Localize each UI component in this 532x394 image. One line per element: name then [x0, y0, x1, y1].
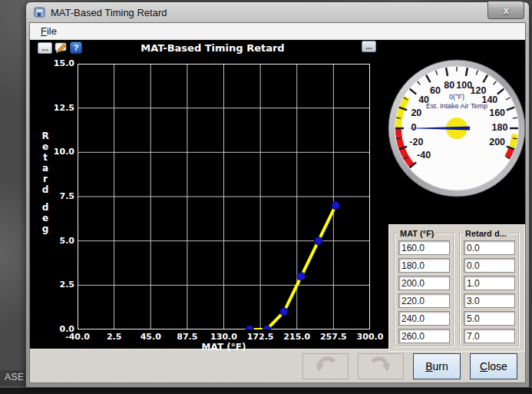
- svg-text:-20: -20: [409, 137, 423, 147]
- mat-values-column: [398, 240, 450, 343]
- y-tick-label: 10.0: [45, 147, 74, 157]
- window-close-button[interactable]: x: [487, 2, 524, 19]
- x-tick-label: -40.0: [61, 332, 94, 342]
- timing-retard-curve-plot[interactable]: [78, 64, 370, 329]
- mat-cell-input[interactable]: [398, 329, 450, 343]
- app-icon: [34, 6, 46, 18]
- mat-cell-input[interactable]: [398, 293, 450, 308]
- retard-column-header: Retard d...: [464, 229, 508, 238]
- svg-text:0(°F): 0(°F): [449, 93, 464, 101]
- x-axis-label: MAT (°F): [78, 342, 370, 353]
- mat-cell-input[interactable]: [398, 258, 450, 273]
- menu-file[interactable]: File: [36, 25, 61, 38]
- footer-button-bar: Burn Close: [30, 349, 525, 382]
- close-x-icon: x: [503, 5, 508, 16]
- mat-column-header: MAT (°F): [398, 229, 436, 238]
- retard-cell-input[interactable]: [464, 293, 515, 308]
- x-tick-label: 172.5: [243, 332, 277, 342]
- x-tick-label: 87.5: [170, 332, 204, 342]
- x-tick-label: 215.0: [280, 332, 314, 342]
- retard-cell-input[interactable]: [464, 276, 515, 290]
- svg-text:-40: -40: [417, 150, 431, 161]
- mat-column-group: MAT (°F): [394, 229, 454, 347]
- mat-cell-input[interactable]: [398, 240, 450, 255]
- undo-button[interactable]: [302, 353, 349, 379]
- retard-cell-input[interactable]: [464, 240, 515, 255]
- svg-text:20: 20: [411, 108, 421, 118]
- y-tick-label: 15.0: [45, 58, 74, 68]
- svg-text:160: 160: [489, 108, 505, 118]
- title-bar[interactable]: MAT-Based Timing Retard x: [29, 2, 526, 22]
- close-button[interactable]: Close: [470, 353, 517, 379]
- redo-icon: [368, 355, 394, 377]
- intake-air-temp-gauge: -40-200204060801001201401601802000(°F)Es…: [387, 58, 527, 198]
- y-tick-label: 5.0: [45, 236, 74, 246]
- taskbar-strip: [0, 388, 532, 394]
- svg-text:0: 0: [411, 122, 417, 133]
- x-tick-label: 300.0: [353, 332, 387, 342]
- y-tick-label: 7.5: [45, 191, 74, 201]
- chart-title: MAT-Based Timing Retard: [82, 42, 343, 54]
- window-body: File ... ? MAT-Based Timing Retard ... R…: [29, 22, 526, 383]
- y-tick-label: 2.5: [45, 280, 74, 290]
- burn-button[interactable]: Burn: [413, 353, 461, 379]
- svg-text:Est. Intake Air Temp: Est. Intake Air Temp: [426, 102, 487, 110]
- mat-cell-input[interactable]: [398, 276, 450, 290]
- svg-text:180: 180: [492, 122, 508, 133]
- gauge-options-button[interactable]: ...: [362, 41, 376, 52]
- y-tick-label: 12.5: [45, 103, 74, 113]
- svg-text:80: 80: [444, 80, 454, 91]
- retard-cell-input[interactable]: [464, 311, 515, 326]
- x-tick-label: 257.5: [316, 332, 350, 342]
- x-tick-label: 130.0: [207, 332, 241, 342]
- chart-options-button[interactable]: ...: [38, 42, 52, 54]
- svg-text:60: 60: [430, 85, 441, 96]
- dialog-content: ... ? MAT-Based Timing Retard ... Retard…: [30, 40, 525, 349]
- retard-values-column: [464, 240, 515, 343]
- dialog-window: MAT-Based Timing Retard x File ...: [25, 2, 530, 388]
- menu-bar: File: [30, 23, 525, 40]
- redo-button[interactable]: [358, 353, 404, 379]
- window-title: MAT-Based Timing Retard: [51, 7, 167, 18]
- help-icon[interactable]: ?: [70, 41, 82, 54]
- x-tick-label: 2.5: [97, 332, 131, 342]
- retard-cell-input[interactable]: [464, 329, 515, 343]
- svg-text:200: 200: [489, 137, 505, 147]
- chart-header: ... ? MAT-Based Timing Retard: [35, 41, 373, 57]
- edit-pencil-icon[interactable]: [55, 42, 68, 54]
- retard-column-group: Retard d...: [459, 229, 520, 347]
- curve-table-panel: MAT (°F) Retard d...: [388, 224, 525, 352]
- desktop-background: ASE OF MAT-Based Timing Retard x File: [0, 0, 532, 394]
- x-tick-label: 45.0: [134, 332, 167, 342]
- undo-icon: [312, 355, 339, 377]
- retard-cell-input[interactable]: [464, 258, 515, 273]
- y-axis-label: Retarddeg: [39, 131, 51, 234]
- mat-cell-input[interactable]: [398, 311, 450, 326]
